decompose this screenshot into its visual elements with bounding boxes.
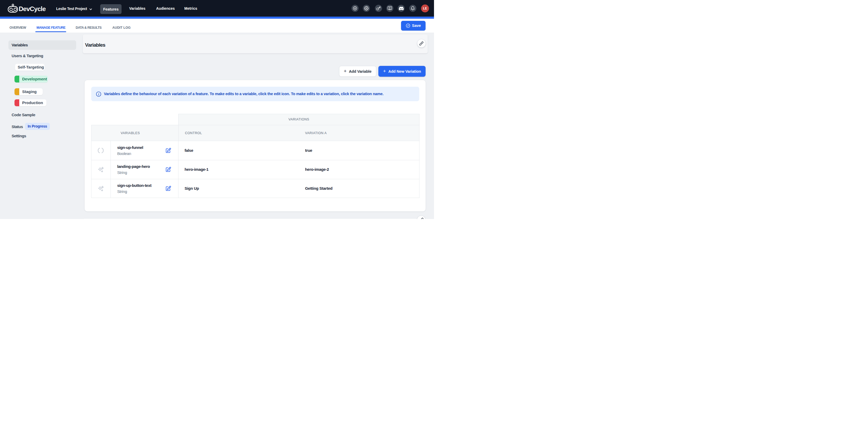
svg-text:i: i: [98, 93, 99, 96]
